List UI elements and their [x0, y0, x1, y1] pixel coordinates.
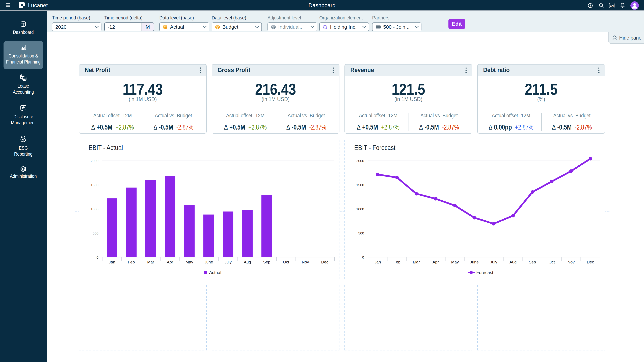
svg-text:June: June — [204, 260, 213, 264]
svg-text:0: 0 — [96, 255, 98, 259]
svg-text:1500: 1500 — [356, 183, 364, 187]
svg-text:Apr: Apr — [167, 260, 173, 264]
svg-text:Feb: Feb — [128, 260, 135, 264]
svg-text:2000: 2000 — [356, 159, 364, 163]
svg-text:2000: 2000 — [90, 159, 98, 163]
svg-text:1500: 1500 — [90, 183, 98, 187]
svg-text:July: July — [224, 260, 232, 264]
svg-text:May: May — [186, 260, 193, 264]
svg-text:0: 0 — [362, 255, 364, 259]
svg-text:May: May — [451, 260, 459, 264]
svg-text:Jan: Jan — [374, 260, 381, 264]
svg-text:July: July — [490, 260, 497, 264]
svg-text:1000: 1000 — [356, 207, 364, 211]
svg-text:500: 500 — [92, 231, 98, 235]
svg-text:Aug: Aug — [510, 260, 517, 264]
svg-text:?: ? — [590, 4, 591, 7]
svg-text:June: June — [470, 260, 479, 264]
svg-text:Dec: Dec — [321, 260, 328, 264]
svg-text:EN: EN — [610, 4, 614, 7]
svg-text:Aug: Aug — [244, 260, 251, 264]
svg-text:1000: 1000 — [90, 207, 98, 211]
svg-text:Mar: Mar — [413, 260, 420, 264]
svg-text:Sep: Sep — [263, 260, 270, 264]
svg-text:Jan: Jan — [109, 260, 115, 264]
svg-text:Nov: Nov — [302, 260, 309, 264]
svg-text:Nov: Nov — [568, 260, 575, 264]
svg-text:Feb: Feb — [394, 260, 400, 264]
svg-text:Forecast: Forecast — [476, 270, 494, 275]
svg-text:Mar: Mar — [147, 260, 154, 264]
svg-text:Oct: Oct — [548, 260, 555, 264]
svg-text:500: 500 — [358, 231, 364, 235]
svg-text:Oct: Oct — [283, 260, 289, 264]
svg-text:Actual: Actual — [209, 270, 221, 275]
svg-text:Dec: Dec — [587, 260, 594, 264]
svg-text:Apr: Apr — [432, 260, 439, 264]
svg-text:Sep: Sep — [529, 260, 536, 264]
